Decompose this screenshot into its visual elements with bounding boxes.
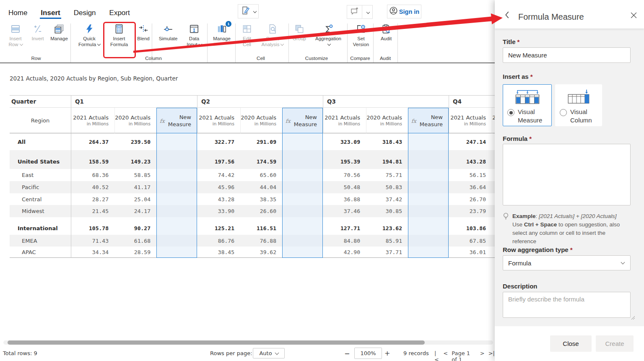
new-measure-cell[interactable]: [282, 169, 323, 181]
new-measure-cell[interactable]: [156, 205, 197, 217]
option-visual-column[interactable]: VisualColumn: [555, 84, 602, 126]
data-cell[interactable]: 239.50: [114, 133, 156, 150]
row-header-central[interactable]: Central: [10, 193, 71, 205]
new-measure-cell[interactable]: [408, 181, 449, 193]
ribbon-button-aggregation[interactable]: Aggregation: [310, 23, 346, 55]
data-cell[interactable]: 127.71: [323, 221, 366, 235]
new-measure-cell[interactable]: [282, 221, 323, 235]
new-measure-cell[interactable]: [156, 169, 197, 181]
horizontal-scrollbar[interactable]: [3, 340, 493, 345]
new-measure-cell[interactable]: [282, 235, 323, 247]
radio-visual-column[interactable]: [560, 109, 567, 116]
tab-design[interactable]: Design: [73, 4, 97, 21]
new-measure-cell[interactable]: [282, 247, 323, 258]
data-cell[interactable]: 43.28: [197, 193, 240, 205]
pagination-next[interactable]: >: [480, 350, 485, 361]
quarter-header-q1[interactable]: Q1: [71, 95, 197, 108]
data-cell[interactable]: 123.62: [366, 221, 408, 235]
data-cell[interactable]: 28.27: [71, 193, 114, 205]
data-cell[interactable]: 36.88: [323, 193, 366, 205]
ribbon-button-manage-row[interactable]: Manage: [48, 23, 70, 55]
ribbon-button-manage-column[interactable]: 1Manage: [209, 23, 235, 55]
data-cell[interactable]: [492, 154, 495, 169]
data-cell[interactable]: [492, 235, 495, 247]
quarter-header-q4[interactable]: Q4: [449, 95, 495, 108]
data-cell[interactable]: 322.77: [197, 133, 240, 150]
data-cell[interactable]: 36.64: [449, 181, 492, 193]
edit-note-button[interactable]: [238, 4, 259, 18]
data-cell[interactable]: [492, 181, 495, 193]
zoom-in-button[interactable]: +: [384, 349, 390, 357]
data-cell[interactable]: 247.14: [449, 133, 492, 150]
data-cell[interactable]: 50.83: [366, 181, 408, 193]
back-icon[interactable]: [504, 11, 510, 21]
new-measure-cell[interactable]: [156, 181, 197, 193]
data-cell[interactable]: 86.76: [197, 235, 240, 247]
data-cell[interactable]: 71.43: [71, 235, 114, 247]
tab-home[interactable]: Home: [8, 4, 28, 21]
comment-dropdown-button[interactable]: [362, 5, 373, 19]
new-measure-cell[interactable]: [282, 150, 323, 154]
new-measure-cell[interactable]: [408, 221, 449, 235]
row-header-united-states[interactable]: United States: [10, 154, 71, 169]
zoom-level[interactable]: 100%: [354, 348, 382, 359]
data-cell[interactable]: 37.71: [366, 247, 408, 258]
row-dimension-header[interactable]: Region: [10, 108, 71, 133]
data-cell[interactable]: 21.45: [71, 205, 114, 217]
column-header-2021[interactable]: 2021 Actualsin Millions: [197, 108, 240, 133]
data-cell[interactable]: 143.28: [449, 154, 492, 169]
new-measure-cell[interactable]: [156, 235, 197, 247]
data-cell[interactable]: 41.17: [114, 181, 156, 193]
quarter-header-q3[interactable]: Q3: [323, 95, 449, 108]
scrollbar-thumb[interactable]: [8, 340, 425, 345]
data-cell[interactable]: 58.85: [114, 169, 156, 181]
data-cell[interactable]: 30.85: [366, 205, 408, 217]
new-measure-cell[interactable]: [282, 154, 323, 169]
new-measure-cell[interactable]: [156, 193, 197, 205]
ribbon-button-simulate[interactable]: Simulate: [155, 23, 181, 55]
new-measure-cell[interactable]: [156, 221, 197, 235]
new-measure-cell[interactable]: [408, 205, 449, 217]
column-header-2020[interactable]: 2020 Actualsin Millions: [492, 108, 495, 133]
new-measure-cell[interactable]: [282, 181, 323, 193]
row-header-international[interactable]: International: [10, 221, 71, 235]
data-cell[interactable]: 37.46: [323, 205, 366, 217]
column-header-2020[interactable]: 2020 Actualsin Millions: [114, 108, 156, 133]
new-measure-cell[interactable]: [408, 193, 449, 205]
add-comment-button[interactable]: [347, 5, 362, 19]
close-icon[interactable]: [630, 12, 637, 21]
row-header-midwest[interactable]: Midwest: [10, 205, 71, 217]
data-cell[interactable]: 33.90: [197, 205, 240, 217]
data-cell[interactable]: [492, 247, 495, 258]
data-cell[interactable]: 323.09: [323, 133, 366, 150]
rows-per-page-select[interactable]: Auto: [253, 348, 285, 358]
data-cell[interactable]: 174.59: [240, 154, 282, 169]
tab-export[interactable]: Export: [109, 4, 131, 21]
data-cell[interactable]: 44.04: [240, 181, 282, 193]
new-measure-cell[interactable]: [408, 154, 449, 169]
data-cell[interactable]: 75.71: [366, 169, 408, 181]
data-cell[interactable]: 56.15: [449, 169, 492, 181]
new-measure-cell[interactable]: [408, 133, 449, 150]
data-cell[interactable]: 264.37: [71, 133, 114, 150]
row-header-apac[interactable]: APAC: [10, 247, 71, 258]
quarter-header-q2[interactable]: Q2: [197, 95, 323, 108]
data-cell[interactable]: 291.09: [240, 133, 282, 150]
new-measure-cell[interactable]: [156, 217, 197, 221]
ribbon-button-blend[interactable]: Blend: [134, 23, 153, 55]
data-cell[interactable]: 74.42: [197, 169, 240, 181]
close-button[interactable]: Close: [550, 335, 592, 352]
radio-visual-measure[interactable]: [507, 109, 514, 116]
new-measure-header[interactable]: fxNewMeasure: [282, 108, 323, 133]
column-header-2021[interactable]: 2021 Actualsin Millions: [323, 108, 366, 133]
row-aggregation-select[interactable]: Formula: [503, 255, 631, 270]
row-header-all[interactable]: All: [10, 133, 71, 150]
column-header-2020[interactable]: 2020 Actualsin Millions: [240, 108, 282, 133]
new-measure-header[interactable]: fxNewMeasure: [408, 108, 449, 133]
pagination-prev[interactable]: <: [443, 350, 448, 361]
sign-in-button[interactable]: Sign in: [387, 5, 421, 18]
data-cell[interactable]: 197.56: [197, 154, 240, 169]
data-cell[interactable]: 84.80: [323, 235, 366, 247]
pagination-first[interactable]: |<: [434, 350, 439, 361]
zoom-out-button[interactable]: −: [344, 350, 350, 358]
